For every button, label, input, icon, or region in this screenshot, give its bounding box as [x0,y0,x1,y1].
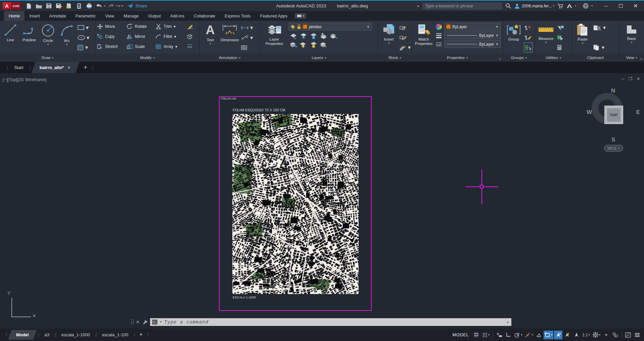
tab-addins[interactable]: Add-ins [166,11,189,21]
layer-match-button[interactable] [329,33,338,39]
polyline-button[interactable]: Polyline [21,22,38,53]
dimension-button[interactable]: Dimension [221,22,239,53]
erase-button[interactable] [186,23,198,30]
workspace-switching-button[interactable]: ▾ [592,331,601,339]
autocad-logo[interactable]: A CAD [3,2,21,9]
compass-south[interactable]: S [611,136,615,143]
color-wheel-icon[interactable] [435,23,442,30]
open-folder-icon[interactable] [34,2,43,10]
dynamic-input-toggle[interactable] [495,331,503,339]
command-bar-drag-handle[interactable] [131,320,134,324]
app-dropdown-icon[interactable]: ▾ [575,4,576,7]
command-history-icon[interactable]: ▲ [506,320,509,324]
new-drawing-tab-button[interactable]: + [80,64,91,71]
open-from-docs-icon[interactable] [64,2,73,10]
osnap-toggle[interactable]: ▾ [544,331,553,339]
ribbon-display-toggle[interactable]: ▾ [295,13,306,19]
panel-label-clipboard[interactable]: Clipboard [572,54,618,62]
redo-dropdown-icon[interactable]: ▾ [116,4,118,7]
tab-home[interactable]: Home [4,11,25,21]
new-file-icon[interactable] [24,2,33,10]
layer-color-swatch[interactable] [303,24,307,29]
lineweight-icon[interactable] [435,33,442,39]
layer-freeze-button[interactable] [300,33,308,39]
osnap-tracking-toggle[interactable]: ▾ [524,331,534,339]
block-attributes-button[interactable]: ▾ [399,43,411,52]
share-button[interactable]: Share [127,3,147,9]
view-cube-face[interactable]: TOP [604,106,623,124]
command-prompt-icon[interactable]: >_ [152,320,157,325]
linetype-select[interactable]: ByLayer ▼ [444,40,501,48]
annotation-visibility-toggle[interactable] [554,331,562,339]
command-dropdown-icon[interactable]: ▼ [159,321,162,324]
layout-tab-model[interactable]: Model [8,330,37,340]
mirror-button[interactable]: Mirror [127,34,151,39]
save-as-icon[interactable] [54,2,63,10]
qat-customize-icon[interactable]: ▾ [118,4,120,8]
layout-tab-escala-1-100[interactable]: escala_1-100 [98,331,133,339]
compass-east[interactable]: E [636,109,640,116]
maximize-button[interactable]: ☐ [618,3,624,9]
file-tab-close-icon[interactable]: ✕ [67,65,71,70]
new-layout-button[interactable]: + [136,331,146,338]
panel-label-view[interactable]: View▾↘ [619,54,644,62]
panel-label-layers[interactable]: Layers▾ [260,54,378,62]
ellipse-button[interactable]: ▾ [77,33,89,42]
match-properties-button[interactable]: Match Properties [414,22,433,53]
paste-button[interactable]: Paste ▾ [574,22,591,53]
osnap-dropdown-icon[interactable]: ▾ [551,333,552,336]
wcs-selector[interactable]: WCS▽ [604,145,623,152]
panel-label-draw[interactable]: Draw▾ [0,54,95,62]
layer-on-bulb-icon[interactable] [290,24,295,29]
autodesk-app-icon[interactable] [566,3,572,8]
copy-button[interactable]: Copy [97,34,122,39]
measure-button[interactable]: Measure ▾ [537,22,555,53]
compass-north[interactable]: N [611,88,615,94]
edit-block-button[interactable] [399,33,411,42]
layer-off-button[interactable] [289,33,297,39]
compass-west[interactable]: W [587,109,592,116]
drawing-canvas[interactable]: [−][Top][2D Wireframe] ─ ❐ ✕ N S W E TOP… [0,73,644,329]
annotation-scale-dropdown-icon[interactable]: ▾ [589,333,590,336]
trim-button[interactable]: Trim▾ [155,23,181,30]
quick-select-button[interactable] [557,23,564,32]
viewport-controls-label[interactable]: [−][Top][2D Wireframe] [3,77,46,82]
layer-properties-button[interactable]: Layer Properties [262,22,286,53]
workspace-dropdown-icon[interactable]: ▾ [599,333,600,336]
annotation-scale-icon-button[interactable] [572,331,581,339]
base-button[interactable]: Base ▾ [623,22,640,53]
tab-express-tools[interactable]: Express Tools [220,11,256,21]
properties-dialog-launcher-icon[interactable]: ↘ [498,57,501,60]
text-button[interactable]: A Text ▾ [202,22,219,53]
tab-collaborate[interactable]: Collaborate [189,11,220,21]
tab-insert[interactable]: Insert [25,11,44,21]
save-to-mobile-icon[interactable] [75,2,83,10]
layer-unlock-all-button[interactable] [310,41,318,48]
ungroup-button[interactable] [524,23,532,32]
layer-lock-button[interactable] [310,33,318,39]
viewport-minimize-icon[interactable]: ─ [622,76,625,81]
command-bar-close-icon[interactable]: ✕ [136,320,140,325]
scale-button[interactable]: Scale [127,44,151,49]
city-map-drawing[interactable] [232,114,359,294]
isolate-objects-button[interactable] [611,331,619,339]
object-color-select[interactable]: ByLayer ▼ [444,23,501,31]
hatch-button[interactable]: ▾ [77,43,89,52]
insert-button[interactable]: Insert ▾ [380,22,397,53]
layer-make-current-button[interactable] [319,33,328,39]
lineweight-select[interactable]: ByLayer ▼ [444,32,501,39]
line-button[interactable]: Line [2,22,19,53]
panel-label-properties[interactable]: Properties▾↘ [412,54,503,62]
fillet-button[interactable]: Fillet▾ [155,34,181,39]
tab-featured-apps[interactable]: Featured Apps [256,11,292,21]
quick-calculator-button[interactable] [557,43,564,52]
tab-parametric[interactable]: Parametric [71,11,100,21]
arc-button[interactable]: Arc ▾ [58,22,75,53]
grid-toggle[interactable] [472,331,480,339]
command-bar-customize-icon[interactable] [142,320,147,325]
layer-unlock-icon[interactable] [297,24,301,29]
layer-thaw-button[interactable] [299,41,308,48]
help-dropdown-icon[interactable]: ▾ [591,4,593,7]
move-button[interactable]: Move [97,23,122,30]
layer-select[interactable]: janelas ▼ [288,23,372,31]
